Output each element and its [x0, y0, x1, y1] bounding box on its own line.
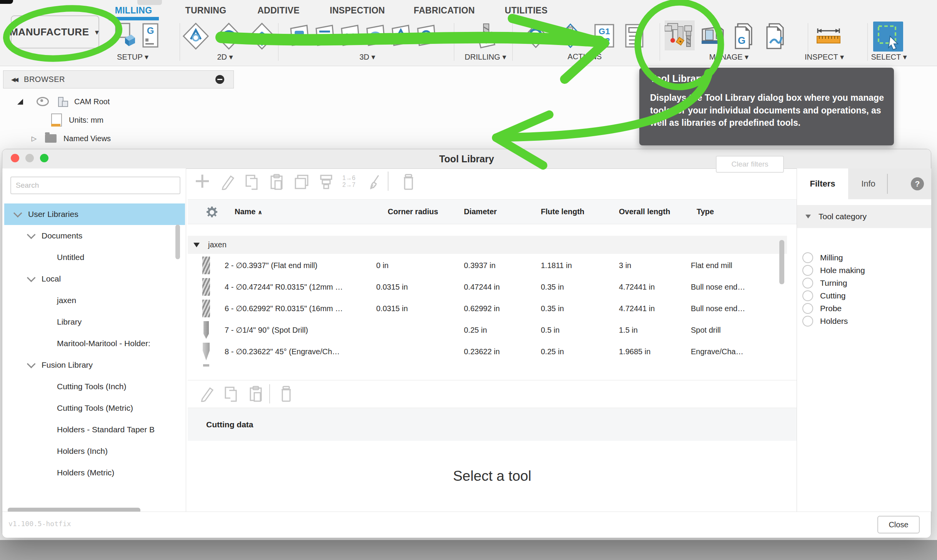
- edit-tool-icon[interactable]: [220, 174, 235, 190]
- 3d-contour-icon[interactable]: [389, 23, 412, 48]
- close-button[interactable]: Close: [877, 516, 920, 533]
- browser-row-units[interactable]: Units: mm: [51, 113, 103, 127]
- 3d-pocket-icon[interactable]: [313, 23, 335, 48]
- radio-icon[interactable]: [802, 303, 813, 314]
- collapse-section-icon[interactable]: [805, 215, 811, 218]
- column-header-corner-radius[interactable]: Corner radius: [388, 200, 438, 224]
- column-header-flute-length[interactable]: Flute length: [541, 200, 584, 224]
- ribbon-group-label[interactable]: ACTIONS: [568, 52, 602, 61]
- radio-icon[interactable]: [802, 316, 813, 327]
- tool-holder-icon[interactable]: [318, 174, 334, 190]
- 2d-pocket-icon[interactable]: [215, 22, 242, 50]
- tool-group-row[interactable]: jaxen: [188, 236, 787, 254]
- tool-table-row[interactable]: 8 - ∅0.23622" 45° (Engrave/Ch…0.23622 in…: [188, 342, 780, 362]
- search-input[interactable]: [10, 177, 180, 194]
- browser-row-named-views[interactable]: ▷ Named Views: [32, 131, 111, 146]
- tool-table-row[interactable]: 4 - ∅0.47244" R0.0315" (12mm …0.0315 in0…: [188, 277, 780, 297]
- ribbon-tab[interactable]: TURNING: [185, 5, 227, 16]
- help-icon[interactable]: ?: [911, 177, 924, 190]
- ribbon-group-label[interactable]: 2D ▾: [217, 52, 233, 62]
- tool-category-section-header[interactable]: Tool category: [797, 205, 931, 228]
- table-vertical-scrollbar[interactable]: [779, 240, 784, 284]
- renumber-tools-icon[interactable]: 1→62→7: [342, 175, 362, 191]
- radio-icon[interactable]: [802, 278, 813, 288]
- ribbon-tab[interactable]: INSPECTION: [330, 5, 385, 16]
- library-tree-item[interactable]: Local: [2, 268, 210, 290]
- column-header-name[interactable]: Name ∧: [235, 200, 262, 224]
- spline-documents-icon[interactable]: [765, 23, 785, 50]
- collapse-panel-icon[interactable]: ◀◀: [11, 76, 17, 83]
- tool-category-option[interactable]: Cutting: [797, 289, 931, 302]
- copy-tool-icon[interactable]: [245, 174, 260, 190]
- drill-icon[interactable]: [476, 22, 496, 49]
- expand-triangle-icon[interactable]: [17, 99, 23, 105]
- tool-table-row[interactable]: 7 - ∅1/4" 90° (Spot Drill)0.25 in0.5 in1…: [188, 320, 780, 340]
- setup-sheet-icon[interactable]: [625, 24, 644, 48]
- workspace-switcher-button[interactable]: MANUFACTURE ▼: [11, 15, 99, 48]
- ribbon-tab[interactable]: ADDITIVE: [257, 5, 300, 16]
- collapse-group-icon[interactable]: [193, 243, 200, 247]
- 3d-scallop-icon[interactable]: [415, 23, 437, 48]
- clear-filters-button[interactable]: Clear filters: [716, 156, 784, 173]
- ribbon-group-label[interactable]: INSPECT ▾: [805, 52, 844, 62]
- machining-time-icon[interactable]: G1G2: [594, 24, 614, 48]
- ribbon-group-label[interactable]: MANAGE ▾: [709, 52, 749, 62]
- tool-category-option[interactable]: Hole making: [797, 264, 931, 277]
- duplicate-tool-icon[interactable]: [294, 174, 309, 190]
- tool-category-option[interactable]: Probe: [797, 302, 931, 315]
- 2d-adaptive-icon[interactable]: [182, 22, 209, 50]
- tool-category-option[interactable]: Milling: [797, 251, 931, 264]
- 2d-contour-icon[interactable]: [248, 22, 275, 50]
- ribbon-group-label[interactable]: DRILLING ▾: [465, 52, 506, 62]
- edit-preset-icon[interactable]: [199, 386, 215, 402]
- library-tree-item[interactable]: Fusion Library: [2, 354, 210, 376]
- browser-row-cam-root[interactable]: CAM Root: [17, 94, 110, 109]
- panel-handle[interactable]: [137, 0, 162, 5]
- copy-preset-icon[interactable]: [224, 386, 239, 402]
- gcode-documents-icon[interactable]: G: [734, 23, 754, 50]
- expand-arrow-icon[interactable]: ▷: [32, 135, 37, 143]
- paste-tool-icon[interactable]: [269, 174, 285, 190]
- tree-vertical-scrollbar[interactable]: [175, 225, 180, 259]
- ribbon-tab[interactable]: FABRICATION: [414, 5, 475, 16]
- tool-category-option[interactable]: Holders: [797, 315, 931, 327]
- broom-icon[interactable]: [367, 174, 382, 190]
- post-library-icon[interactable]: G: [142, 23, 158, 48]
- ribbon-tab[interactable]: UTILITIES: [505, 5, 547, 16]
- new-setup-icon[interactable]: [115, 22, 135, 48]
- delete-tool-icon[interactable]: [401, 174, 416, 190]
- paste-preset-icon[interactable]: [248, 386, 264, 402]
- column-settings-gear-icon[interactable]: [205, 206, 218, 219]
- minimize-panel-icon[interactable]: [215, 75, 224, 84]
- tool-category-option[interactable]: Turning: [797, 277, 931, 289]
- tab-filters[interactable]: Filters: [797, 168, 848, 199]
- add-tool-icon[interactable]: [195, 173, 210, 189]
- machine-library-icon[interactable]: [700, 25, 725, 45]
- select-icon[interactable]: [873, 22, 903, 52]
- ribbon-group-label[interactable]: SETUP ▾: [117, 52, 148, 62]
- tab-info[interactable]: Info: [848, 168, 889, 199]
- radio-icon[interactable]: [802, 265, 813, 276]
- tool-table-row[interactable]: 6 - ∅0.62992" R0.0315" (16mm …0.0315 in0…: [188, 298, 780, 318]
- column-header-overall-length[interactable]: Overall length: [619, 200, 670, 224]
- visibility-eye-icon[interactable]: [37, 97, 49, 106]
- column-header-diameter[interactable]: Diameter: [464, 200, 497, 224]
- 3d-parallel-icon[interactable]: [364, 23, 386, 48]
- column-header-type[interactable]: Type: [697, 200, 714, 224]
- 3d-flat-icon[interactable]: [338, 23, 361, 48]
- tool-table-row[interactable]: 2 - ∅0.3937" (Flat end mill)0 in0.3937 i…: [188, 255, 780, 275]
- post-process-icon[interactable]: [559, 23, 582, 48]
- ribbon-tab[interactable]: MILLING: [115, 5, 152, 16]
- dialog-titlebar[interactable]: Tool Library: [2, 149, 931, 169]
- radio-icon[interactable]: [802, 290, 813, 301]
- radio-icon[interactable]: [802, 252, 813, 263]
- ribbon-group-label[interactable]: 3D ▾: [359, 52, 375, 62]
- measure-icon[interactable]: [815, 26, 842, 45]
- tool-library-icon[interactable]: [665, 20, 695, 50]
- library-tree-item[interactable]: User Libraries: [4, 203, 185, 225]
- simulate-icon[interactable]: [524, 23, 548, 48]
- browser-panel-header[interactable]: ◀◀ BROWSER: [3, 70, 234, 88]
- ribbon-group-label[interactable]: SELECT ▾: [871, 52, 907, 62]
- delete-preset-icon[interactable]: [278, 386, 294, 402]
- 3d-adaptive-icon[interactable]: [288, 23, 310, 48]
